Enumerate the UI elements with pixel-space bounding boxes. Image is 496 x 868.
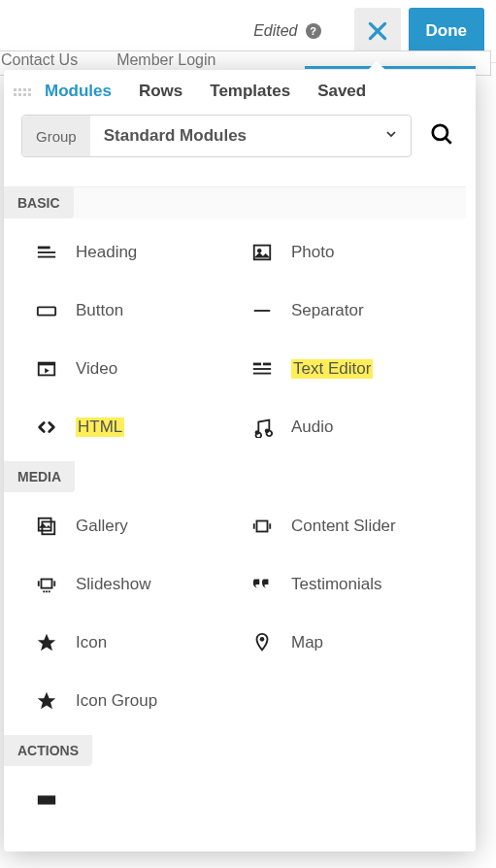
svg-marker-33 bbox=[38, 692, 55, 709]
module-slideshow[interactable]: Slideshow bbox=[35, 574, 241, 595]
module-label: Testimonials bbox=[291, 575, 382, 594]
video-icon bbox=[35, 358, 58, 380]
svg-point-29 bbox=[46, 590, 48, 592]
module-html[interactable]: HTML bbox=[35, 417, 241, 438]
photo-icon bbox=[250, 242, 274, 263]
help-icon[interactable]: ? bbox=[306, 23, 321, 39]
svg-point-32 bbox=[260, 637, 265, 642]
svg-point-18 bbox=[255, 430, 260, 435]
module-label: Heading bbox=[76, 243, 137, 262]
svg-rect-20 bbox=[39, 518, 51, 531]
svg-rect-27 bbox=[53, 581, 55, 586]
module-video[interactable]: Video bbox=[35, 358, 241, 380]
svg-point-30 bbox=[49, 590, 50, 592]
svg-marker-13 bbox=[45, 368, 50, 374]
svg-rect-6 bbox=[38, 256, 55, 258]
svg-rect-26 bbox=[38, 581, 40, 586]
search-button[interactable] bbox=[425, 117, 458, 154]
svg-rect-17 bbox=[253, 373, 271, 375]
module-content-slider[interactable]: Content Slider bbox=[250, 516, 456, 537]
svg-rect-14 bbox=[253, 363, 261, 366]
group-select[interactable]: Group Standard Modules bbox=[21, 115, 412, 157]
content-slider-icon bbox=[250, 516, 274, 537]
module-icon[interactable]: Icon bbox=[35, 632, 241, 653]
svg-point-28 bbox=[43, 590, 45, 592]
module-photo[interactable]: Photo bbox=[250, 242, 456, 263]
section-media-grid: Gallery Content Slider Slideshow Testimo… bbox=[4, 492, 466, 735]
gallery-icon bbox=[35, 516, 58, 537]
module-label: Text Editor bbox=[291, 359, 373, 379]
audio-icon bbox=[250, 417, 274, 438]
svg-rect-24 bbox=[269, 523, 271, 529]
module-label: Separator bbox=[291, 301, 364, 320]
tab-templates[interactable]: Templates bbox=[196, 82, 304, 101]
svg-point-19 bbox=[265, 428, 270, 433]
close-button[interactable] bbox=[354, 8, 401, 54]
svg-rect-22 bbox=[257, 521, 268, 532]
module-label: Button bbox=[76, 301, 123, 320]
panel-accent bbox=[305, 66, 476, 69]
tab-saved[interactable]: Saved bbox=[304, 82, 380, 101]
drag-handle-icon[interactable] bbox=[14, 86, 31, 96]
module-icon-group[interactable]: Icon Group bbox=[35, 690, 241, 712]
text-editor-icon bbox=[250, 358, 274, 380]
html-icon bbox=[35, 417, 58, 438]
group-filter-row: Group Standard Modules bbox=[4, 115, 476, 171]
module-testimonials[interactable]: Testimonials bbox=[250, 574, 456, 595]
map-icon bbox=[250, 632, 274, 653]
svg-rect-16 bbox=[253, 368, 271, 370]
module-label: Map bbox=[291, 633, 323, 652]
module-label: HTML bbox=[76, 417, 124, 437]
module-text-editor[interactable]: Text Editor bbox=[250, 358, 456, 380]
module-button[interactable]: Button bbox=[35, 300, 241, 321]
heading-icon bbox=[35, 242, 58, 263]
svg-rect-21 bbox=[42, 521, 54, 534]
svg-rect-4 bbox=[38, 247, 50, 250]
section-header-actions: ACTIONS bbox=[4, 735, 92, 766]
module-label: Slideshow bbox=[76, 575, 151, 594]
close-icon bbox=[365, 18, 390, 44]
edited-label: Edited bbox=[253, 22, 297, 40]
svg-rect-15 bbox=[263, 363, 271, 366]
tab-modules[interactable]: Modules bbox=[45, 82, 125, 101]
svg-rect-23 bbox=[253, 523, 255, 529]
modules-scroll[interactable]: BASIC Heading Photo Button Separator bbox=[4, 186, 476, 851]
module-separator[interactable]: Separator bbox=[250, 300, 456, 321]
search-icon bbox=[429, 121, 454, 147]
done-button[interactable]: Done bbox=[409, 8, 485, 54]
chevron-down-icon bbox=[383, 126, 411, 146]
group-label: Group bbox=[22, 116, 90, 156]
module-map[interactable]: Map bbox=[250, 632, 456, 653]
svg-rect-9 bbox=[38, 307, 55, 315]
group-value: Standard Modules bbox=[90, 126, 383, 146]
testimonials-icon bbox=[250, 574, 274, 595]
panel-pointer bbox=[365, 61, 388, 73]
svg-point-2 bbox=[433, 125, 447, 140]
tab-rows[interactable]: Rows bbox=[125, 82, 196, 101]
action-icon bbox=[35, 795, 58, 805]
module-label: Icon Group bbox=[76, 691, 157, 711]
module-action-placeholder[interactable] bbox=[35, 795, 241, 805]
module-heading[interactable]: Heading bbox=[35, 242, 241, 263]
module-audio[interactable]: Audio bbox=[250, 417, 456, 438]
section-basic-grid: Heading Photo Button Separator Video Tex bbox=[4, 218, 466, 461]
module-label: Audio bbox=[291, 417, 333, 437]
svg-rect-25 bbox=[42, 580, 52, 588]
module-label: Gallery bbox=[76, 517, 128, 536]
module-label: Content Slider bbox=[291, 517, 396, 536]
svg-point-8 bbox=[258, 250, 261, 252]
section-actions-grid bbox=[4, 766, 466, 851]
svg-rect-34 bbox=[38, 795, 55, 804]
slideshow-icon bbox=[35, 574, 58, 595]
button-icon bbox=[35, 300, 58, 321]
svg-rect-5 bbox=[38, 251, 55, 253]
module-label: Video bbox=[76, 359, 117, 379]
module-label: Photo bbox=[291, 243, 334, 262]
star-icon bbox=[35, 632, 58, 653]
separator-icon bbox=[250, 300, 274, 321]
module-gallery[interactable]: Gallery bbox=[35, 516, 241, 537]
svg-rect-10 bbox=[254, 310, 271, 312]
panel-tabs: Modules Rows Templates Saved bbox=[4, 70, 476, 115]
svg-line-3 bbox=[446, 138, 450, 143]
star-icon bbox=[35, 690, 58, 712]
